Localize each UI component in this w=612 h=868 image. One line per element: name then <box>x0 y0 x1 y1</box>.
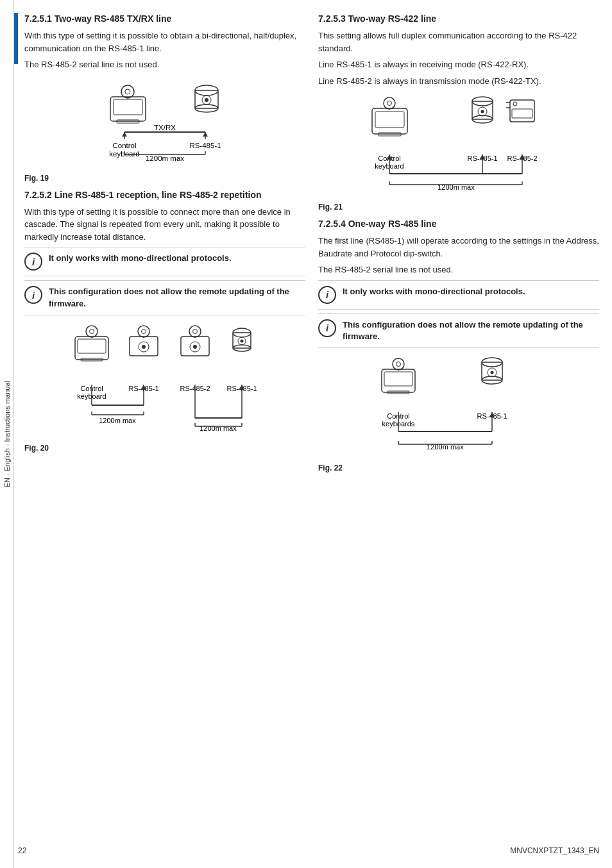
section1-para2: The RS-485-2 serial line is not used. <box>24 58 305 71</box>
svg-point-102 <box>393 358 404 370</box>
svg-rect-68 <box>372 108 407 134</box>
fig21-label: Fig. 21 <box>318 203 599 212</box>
sidebar-text: EN - English - Instructions manual <box>3 381 11 487</box>
svg-point-27 <box>86 326 98 337</box>
content-area: 7.2.5.1 Two-way RS-485 TX/RX line With t… <box>18 0 612 492</box>
page-container: EN - English - Instructions manual 7.2.5… <box>0 0 612 868</box>
svg-rect-25 <box>78 339 106 353</box>
svg-point-35 <box>142 345 146 349</box>
svg-rect-81 <box>512 109 532 118</box>
svg-marker-17 <box>122 132 127 137</box>
svg-point-78 <box>481 110 484 113</box>
svg-point-37 <box>193 329 198 333</box>
section3-para3: Line RS-485-2 is always in transmission … <box>318 75 599 88</box>
svg-point-31 <box>142 329 146 333</box>
svg-point-103 <box>396 362 401 367</box>
section3-para1: This setting allows full duplex communic… <box>318 29 599 54</box>
info-icon-2: i <box>24 286 42 304</box>
svg-text:Control: Control <box>112 142 136 149</box>
svg-rect-100 <box>384 372 412 386</box>
fig19-diagram: Control keyboard RS-485-1 TX/RX 1200m ma… <box>24 78 305 167</box>
fig20-svg: Control keyboard RS-485-1 RS-485-2 RS-48… <box>72 322 258 437</box>
svg-point-36 <box>189 326 201 337</box>
right-column: 7.2.5.3 Two-way RS-422 line This setting… <box>318 13 599 479</box>
info-icon-1: i <box>24 253 42 271</box>
svg-point-46 <box>241 339 244 342</box>
left-column: 7.2.5.1 Two-way RS-485 TX/RX line With t… <box>24 13 305 479</box>
doc-id: MNVCNXPTZT_1343_EN <box>510 846 599 855</box>
fig19-label: Fig. 19 <box>24 174 305 183</box>
svg-point-4 <box>125 89 130 94</box>
fig22-label: Fig. 22 <box>318 463 599 472</box>
svg-marker-18 <box>203 132 208 137</box>
info-text-3: It only works with mono-directional prot… <box>343 286 525 297</box>
svg-rect-1 <box>114 99 142 115</box>
fig21-diagram: Control keyboard RS-485-1 RS-485-2 1200m… <box>318 94 599 196</box>
svg-rect-69 <box>375 112 404 128</box>
info-icon-4: i <box>318 319 336 337</box>
section2-heading: 7.2.5.2 Line RS-485-1 reception, line RS… <box>24 189 305 201</box>
svg-point-30 <box>138 326 149 337</box>
section2-para1: With this type of setting it is possible… <box>24 206 305 244</box>
svg-point-72 <box>387 101 392 106</box>
info-box-4: i This configuration does not allow the … <box>318 313 599 348</box>
page-number: 22 <box>18 846 26 855</box>
svg-text:1200m max: 1200m max <box>99 417 136 424</box>
info-text-2: This configuration does not allow the re… <box>49 286 305 309</box>
svg-point-71 <box>384 97 395 109</box>
info-box-3: i It only works with mono-directional pr… <box>318 280 599 310</box>
sidebar-label: EN - English - Instructions manual <box>0 0 14 868</box>
section1-para1: With this type of setting it is possible… <box>24 29 305 54</box>
section4-para2: The RS-485-2 serial line is not used. <box>318 263 599 276</box>
accent-bar <box>14 13 18 64</box>
svg-rect-0 <box>110 97 146 121</box>
section1-heading: 7.2.5.1 Two-way RS-485 TX/RX line <box>24 13 305 24</box>
svg-point-10 <box>205 98 208 102</box>
svg-rect-99 <box>382 369 415 392</box>
fig20-label: Fig. 20 <box>24 444 305 453</box>
svg-point-80 <box>513 102 517 106</box>
svg-point-28 <box>90 329 94 333</box>
svg-text:TX/RX: TX/RX <box>154 124 176 131</box>
fig20-diagram: Control keyboard RS-485-1 RS-485-2 RS-48… <box>24 322 305 437</box>
info-box-2: i This configuration does not allow the … <box>24 280 305 315</box>
fig19-svg: Control keyboard RS-485-1 TX/RX 1200m ma… <box>91 78 239 167</box>
svg-text:1200m max: 1200m max <box>200 424 237 432</box>
svg-point-3 <box>121 85 134 98</box>
section4-para1: The first line (RS485-1) will operate ac… <box>318 235 599 260</box>
section3-heading: 7.2.5.3 Two-way RS-422 line <box>318 13 599 24</box>
section4-heading: 7.2.5.4 One-way RS-485 line <box>318 218 599 230</box>
svg-text:RS-485-1: RS-485-1 <box>189 142 221 149</box>
info-icon-3: i <box>318 286 336 304</box>
fig21-svg: Control keyboard RS-485-1 RS-485-2 1200m… <box>369 94 548 196</box>
info-box-1: i It only works with mono-directional pr… <box>24 247 305 276</box>
svg-point-109 <box>491 371 494 374</box>
fig22-svg: Control keyboards RS-485-1 1200m max <box>378 355 539 457</box>
svg-point-41 <box>193 345 197 349</box>
svg-text:1200m max: 1200m max <box>146 154 184 162</box>
info-text-4: This configuration does not allow the re… <box>343 319 599 342</box>
fig22-diagram: Control keyboards RS-485-1 1200m max <box>318 355 599 457</box>
info-text-1: It only works with mono-directional prot… <box>49 253 232 264</box>
page-footer: 22 MNVCNXPTZT_1343_EN <box>18 846 599 855</box>
section3-para2: Line RS-485-1 is always in receiving mod… <box>318 58 599 71</box>
svg-rect-24 <box>75 337 108 360</box>
svg-rect-79 <box>510 100 534 122</box>
